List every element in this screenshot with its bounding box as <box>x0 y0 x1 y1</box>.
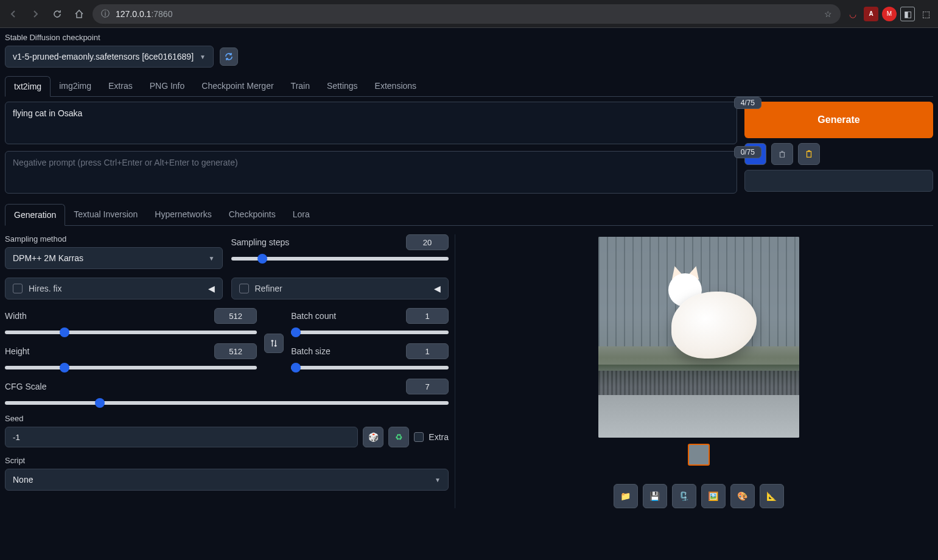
neg-prompt-token-count: 0/75 <box>734 146 761 158</box>
home-icon[interactable] <box>71 5 88 23</box>
forward-icon[interactable] <box>27 5 44 23</box>
styles-select[interactable] <box>744 170 933 192</box>
subtab-lora[interactable]: Lora <box>284 204 318 225</box>
checkpoint-value: v1-5-pruned-emaonly.safetensors [6ce0161… <box>13 52 194 61</box>
prompt-token-count: 4/75 <box>734 97 761 109</box>
sampling-method-label: Sampling method <box>5 234 223 243</box>
width-slider[interactable] <box>5 331 257 334</box>
sampling-steps-slider[interactable] <box>231 257 449 261</box>
generate-button[interactable]: Generate <box>744 102 933 138</box>
tab-settings[interactable]: Settings <box>318 76 366 96</box>
tab-train[interactable]: Train <box>282 76 318 96</box>
width-label: Width <box>5 311 27 321</box>
tab-checkpoint-merger[interactable]: Checkpoint Merger <box>193 76 282 96</box>
subtab-hypernetworks[interactable]: Hypernetworks <box>146 204 220 225</box>
batch-count-slider[interactable] <box>291 331 449 334</box>
send-to-inpaint-button[interactable]: 🎨 <box>730 484 755 508</box>
tab-extras[interactable]: Extras <box>100 76 141 96</box>
seed-input[interactable] <box>5 427 358 447</box>
caret-icon: ▼ <box>209 255 215 262</box>
clear-prompt-button[interactable] <box>771 143 793 165</box>
expand-icon: ◀ <box>434 284 441 293</box>
subtab-textual-inversion[interactable]: Textual Inversion <box>65 204 146 225</box>
random-seed-button[interactable]: 🎲 <box>363 427 383 447</box>
svg-rect-1 <box>808 150 810 152</box>
caret-icon: ▼ <box>200 54 206 60</box>
url-text: 127.0.0.1:7860 <box>116 9 172 19</box>
tab-pnginfo[interactable]: PNG Info <box>141 76 194 96</box>
batch-count-label: Batch count <box>291 311 336 321</box>
tab-txt2img[interactable]: txt2img <box>5 76 51 97</box>
mendeley-icon[interactable]: M <box>882 7 897 21</box>
reload-icon[interactable] <box>49 5 66 23</box>
hires-fix-checkbox[interactable] <box>13 284 23 293</box>
script-select[interactable]: None ▼ <box>5 469 449 491</box>
refiner-accordion[interactable]: Refiner ◀ <box>231 278 449 299</box>
zip-button[interactable]: 🗜️ <box>672 484 696 508</box>
height-value[interactable]: 512 <box>214 343 257 359</box>
checkpoint-select[interactable]: v1-5-pruned-emaonly.safetensors [6ce0161… <box>5 46 214 68</box>
subtab-checkpoints[interactable]: Checkpoints <box>220 204 284 225</box>
send-to-img2img-button[interactable]: 🖼️ <box>701 484 726 508</box>
cfg-slider[interactable] <box>5 401 449 405</box>
seed-extra-checkbox[interactable] <box>414 432 424 442</box>
ext4-icon[interactable]: ◧ <box>900 7 915 21</box>
batch-size-label: Batch size <box>291 346 331 356</box>
sub-tabs: Generation Textual Inversion Hypernetwor… <box>5 204 933 226</box>
browser-bar: ⓘ 127.0.0.1:7860 ☆ ◡ A M ◧ ⬚ <box>0 0 938 28</box>
sampling-method-value: DPM++ 2M Karras <box>13 253 83 263</box>
pdf-icon[interactable]: A <box>864 7 878 21</box>
refiner-label: Refiner <box>255 284 282 293</box>
site-info-icon[interactable]: ⓘ <box>101 9 110 19</box>
caret-icon: ▼ <box>435 477 441 483</box>
batch-size-slider[interactable] <box>291 366 449 369</box>
batch-size-value[interactable]: 1 <box>406 343 449 359</box>
cfg-value[interactable]: 7 <box>406 379 449 394</box>
svg-rect-0 <box>807 152 811 158</box>
pocket-icon[interactable]: ◡ <box>845 7 860 21</box>
open-folder-button[interactable]: 📁 <box>614 484 638 508</box>
swap-dimensions-button[interactable] <box>264 334 284 353</box>
negative-prompt-input[interactable] <box>5 151 737 194</box>
batch-count-value[interactable]: 1 <box>406 308 449 324</box>
subtab-generation[interactable]: Generation <box>5 204 65 226</box>
script-label: Script <box>5 456 449 465</box>
checkpoint-label: Stable Diffusion checkpoint <box>5 33 933 42</box>
tab-img2img[interactable]: img2img <box>51 76 100 96</box>
refiner-checkbox[interactable] <box>239 284 249 293</box>
hires-fix-accordion[interactable]: Hires. fix ◀ <box>5 278 223 299</box>
extension-icons: ◡ A M ◧ ⬚ <box>845 7 933 21</box>
paste-button[interactable] <box>798 143 820 165</box>
output-thumbnail[interactable] <box>688 444 710 466</box>
output-image[interactable] <box>598 237 799 438</box>
seed-extra-label: Extra <box>429 432 449 442</box>
expand-icon: ◀ <box>208 284 215 293</box>
script-value: None <box>13 475 33 485</box>
main-tabs: txt2img img2img Extras PNG Info Checkpoi… <box>5 76 933 97</box>
extensions-icon[interactable]: ⬚ <box>919 7 933 21</box>
back-icon[interactable] <box>5 5 22 23</box>
sampling-method-select[interactable]: DPM++ 2M Karras ▼ <box>5 247 223 269</box>
refresh-checkpoint-button[interactable] <box>220 47 238 66</box>
sampling-steps-label: Sampling steps <box>231 237 290 247</box>
save-button[interactable]: 💾 <box>643 484 667 508</box>
seed-label: Seed <box>5 414 449 423</box>
height-slider[interactable] <box>5 366 257 369</box>
sampling-steps-value[interactable]: 20 <box>406 234 449 250</box>
width-value[interactable]: 512 <box>214 308 257 324</box>
url-bar[interactable]: ⓘ 127.0.0.1:7860 ☆ <box>93 4 841 24</box>
height-label: Height <box>5 346 29 356</box>
cfg-label: CFG Scale <box>5 382 46 391</box>
star-icon[interactable]: ☆ <box>824 9 832 19</box>
tab-extensions[interactable]: Extensions <box>366 76 425 96</box>
prompt-input[interactable] <box>5 102 737 144</box>
hires-fix-label: Hires. fix <box>29 284 61 293</box>
send-to-extras-button[interactable]: 📐 <box>760 484 784 508</box>
reuse-seed-button[interactable]: ♻ <box>388 427 409 447</box>
